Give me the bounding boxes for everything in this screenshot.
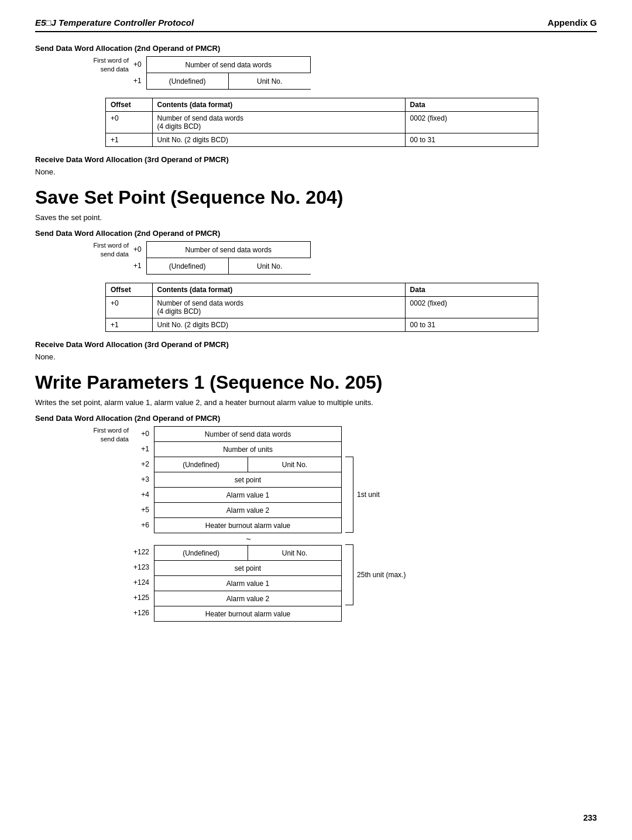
section1-heading: Send Data Word Allocation (2nd Operand o… <box>35 44 597 53</box>
diagram-row: Heater burnout alarm value <box>154 518 342 533</box>
offset-row: +0 <box>133 426 152 441</box>
cell-send-data-words: Number of send data words <box>154 427 342 441</box>
td-offset: +1 <box>106 318 153 332</box>
write-cells-wrapper: Number of send data words Number of unit… <box>154 426 342 622</box>
write-params-description: Writes the set point, alarm value 1, ala… <box>35 398 597 407</box>
section1-diagram: First word of send data +0 +1 Number of … <box>82 56 597 90</box>
th-offset: Offset <box>106 98 153 112</box>
cell-unit-no: Unit No. <box>248 457 342 472</box>
diagram-row: Alarm value 2 <box>154 591 342 606</box>
header-title-left: E5□J Temperature Controller Protocol <box>35 18 194 28</box>
th-data: Data <box>405 98 538 112</box>
td-offset: +0 <box>106 112 153 133</box>
offset-row: +5 <box>133 502 152 517</box>
diagram-row: (Undefined) Unit No. <box>147 73 311 90</box>
write-diagram: First word of send data +0 +1 +2 +3 +4 +… <box>82 426 597 622</box>
cell-unit-no-b: Unit No. <box>248 546 342 560</box>
table-row: +1 Unit No. (2 digits BCD) 00 to 31 <box>106 133 538 147</box>
braces-container: 1st unit 25th unit (max.) <box>345 426 406 605</box>
write-params-title: Write Parameters 1 (Sequence No. 205) <box>35 372 597 393</box>
receive1: Receive Data Word Allocation (3rd Operan… <box>35 155 597 176</box>
cell-heater-b: Heater burnout alarm value <box>154 606 342 621</box>
diagram-row: Heater burnout alarm value <box>154 606 342 622</box>
section1-offsets: +0 +1 <box>133 56 144 89</box>
offset-tilde <box>133 533 152 544</box>
offset-row: +3 <box>133 472 152 487</box>
table-row: +1 Unit No. (2 digits BCD) 00 to 31 <box>106 318 538 332</box>
offset-row: +122 <box>133 544 152 560</box>
tilde-symbol: ~ <box>154 534 342 544</box>
cell-alarm2-b: Alarm value 2 <box>154 591 342 606</box>
td-contents: Number of send data words(4 digits BCD) <box>152 297 405 318</box>
td-data: 00 to 31 <box>405 318 538 332</box>
save-offsets: +0 +1 <box>133 241 144 274</box>
cell-alarm1-b: Alarm value 1 <box>154 576 342 591</box>
diagram-row: (Undefined) Unit No. <box>154 546 342 561</box>
write-offsets: +0 +1 +2 +3 +4 +5 +6 +122 +123 +124 +125… <box>133 426 152 620</box>
receive2-text: None. <box>35 352 597 361</box>
brace-25th-label: 25th unit (max.) <box>357 571 406 579</box>
write-params-section: Write Parameters 1 (Sequence No. 205) Wr… <box>35 372 597 622</box>
page: E5□J Temperature Controller Protocol App… <box>0 0 632 840</box>
save-set-point-title: Save Set Point (Sequence No. 204) <box>35 187 597 208</box>
diagram-row: Alarm value 1 <box>154 488 342 503</box>
brace-1st-symbol <box>345 457 353 533</box>
section1-diagram-label: First word of send data <box>82 56 129 74</box>
cell-undefined-b: (Undefined) <box>154 546 248 560</box>
cell-undefined: (Undefined) <box>154 457 248 472</box>
cell-alarm2: Alarm value 2 <box>154 503 342 517</box>
diagram-row: Alarm value 1 <box>154 576 342 591</box>
diagram-row: (Undefined) Unit No. <box>147 258 311 275</box>
page-number: 233 <box>583 813 597 822</box>
offset-row: +2 <box>133 457 152 472</box>
tilde-row: ~ <box>154 533 342 545</box>
td-contents: Unit No. (2 digits BCD) <box>152 318 405 332</box>
td-data: 00 to 31 <box>405 133 538 147</box>
brace-1st-unit: 1st unit <box>345 457 406 533</box>
brace-25th-unit: 25th unit (max.) <box>345 544 406 605</box>
write-send-heading: Send Data Word Allocation (2nd Operand o… <box>35 414 597 423</box>
offset-row: +4 <box>133 487 152 502</box>
receive2: Receive Data Word Allocation (3rd Operan… <box>35 340 597 361</box>
td-offset: +0 <box>106 297 153 318</box>
offset-row: +125 <box>133 590 152 605</box>
offset-row: +1 <box>133 258 144 274</box>
cell-set-point: set point <box>154 472 342 487</box>
td-contents: Unit No. (2 digits BCD) <box>152 133 405 147</box>
diagram-row: Alarm value 2 <box>154 503 342 518</box>
cell-send-data-words: Number of send data words <box>147 57 311 73</box>
offset-row: +126 <box>133 605 152 620</box>
th-data: Data <box>405 283 538 297</box>
write-cells-top: Number of send data words Number of unit… <box>154 426 342 533</box>
offset-row: +0 <box>133 241 144 258</box>
receive1-text: None. <box>35 167 597 176</box>
offset-row: +0 <box>133 56 144 73</box>
td-data: 0002 (fixed) <box>405 297 538 318</box>
diagram-row: set point <box>154 561 342 576</box>
save-set-point-description: Saves the set point. <box>35 213 597 222</box>
cell-alarm1: Alarm value 1 <box>154 488 342 502</box>
header-title-right: Appendix G <box>548 18 597 28</box>
cell-heater: Heater burnout alarm value <box>154 518 342 533</box>
th-offset: Offset <box>106 283 153 297</box>
diagram-row: Number of send data words <box>154 427 342 442</box>
offset-row: +1 <box>133 73 144 89</box>
table-row: +0 Number of send data words(4 digits BC… <box>106 297 538 318</box>
diagram-row: Number of send data words <box>147 242 311 258</box>
section1-table: Offset Contents (data format) Data +0 Nu… <box>105 98 538 147</box>
cell-undefined: (Undefined) <box>147 258 229 274</box>
th-contents: Contents (data format) <box>152 283 405 297</box>
diagram-row: Number of units <box>154 442 342 457</box>
cell-set-point-b: set point <box>154 561 342 575</box>
td-data: 0002 (fixed) <box>405 112 538 133</box>
save-table: Offset Contents (data format) Data +0 Nu… <box>105 283 538 332</box>
save-send-heading: Send Data Word Allocation (2nd Operand o… <box>35 229 597 238</box>
save-diagram: First word of send data +0 +1 Number of … <box>82 241 597 275</box>
diagram-row: set point <box>154 472 342 488</box>
td-offset: +1 <box>106 133 153 147</box>
diagram-row: Number of send data words <box>147 57 311 73</box>
cell-send-data-words: Number of send data words <box>147 242 311 258</box>
offset-row: +124 <box>133 575 152 590</box>
diagram-row: (Undefined) Unit No. <box>154 457 342 472</box>
write-diagram-label: First word of send data <box>82 426 129 444</box>
